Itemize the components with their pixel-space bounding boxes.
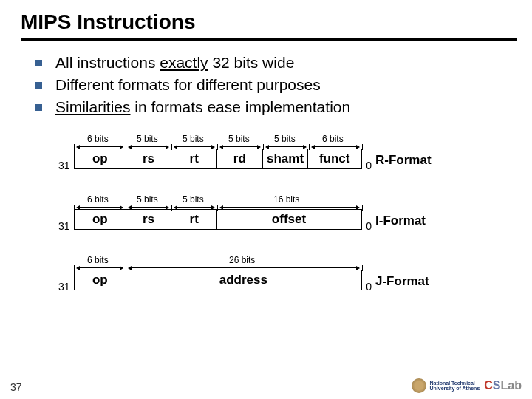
bullet-item: Similarities in formats ease implementat…: [35, 98, 532, 116]
field-row: op address 31 0: [74, 270, 362, 290]
bit-label: 6 bits: [87, 194, 109, 205]
bit-label: 5 bits: [274, 134, 296, 144]
text-underline: Similarities: [55, 98, 131, 115]
double-arrow-icon: [174, 207, 214, 208]
double-arrow-icon: [77, 146, 123, 147]
lsb-label: 0: [366, 160, 372, 171]
bit-label: 5 bits: [228, 134, 250, 144]
format-diagrams: 6 bits 5 bits 5 bits 5 bits 5 bits 6 bit…: [74, 134, 451, 290]
msb-label: 31: [58, 160, 70, 171]
content-area: All instructions exactly 32 bits wide Di…: [0, 41, 532, 290]
bullet-square-icon: [35, 104, 42, 111]
lsb-label: 0: [366, 281, 372, 293]
double-arrow-icon: [129, 146, 168, 147]
double-arrow-icon: [77, 207, 123, 208]
field-rd: rd: [217, 149, 263, 168]
field-funct: funct: [308, 149, 361, 168]
field-offset: offset: [217, 210, 361, 229]
bullet-item: Different formats for different purposes: [35, 76, 532, 94]
field-row: op rs rt rd shamt funct 31 0: [74, 149, 362, 169]
bit-label: 16 bits: [273, 194, 299, 205]
field-op: op: [75, 210, 126, 229]
text-underline: exactly: [160, 54, 208, 71]
bullet-list: All instructions exactly 32 bits wide Di…: [35, 54, 532, 116]
bullet-text: Different formats for different purposes: [55, 76, 321, 94]
format-name-j: J-Format: [375, 274, 429, 289]
format-name-i: I-Format: [375, 214, 426, 228]
footer-logo: National Technical University of Athens …: [412, 378, 522, 393]
field-rt: rt: [171, 210, 217, 229]
bit-label: 26 bits: [229, 255, 255, 265]
page-title: MIPS Instructions: [0, 0, 532, 38]
format-name-r: R-Format: [375, 153, 432, 168]
slide: MIPS Instructions All instructions exact…: [0, 0, 532, 399]
cslab-logo: CSLab: [484, 379, 522, 392]
bit-label: 6 bits: [322, 134, 344, 144]
double-arrow-icon: [220, 207, 359, 208]
bit-width-labels: 6 bits 26 bits: [74, 255, 362, 270]
bit-label: 6 bits: [87, 134, 109, 144]
page-number: 37: [10, 381, 22, 393]
logo-text-block: National Technical University of Athens: [429, 381, 480, 391]
bullet-square-icon: [35, 82, 42, 89]
double-arrow-icon: [312, 146, 359, 147]
field-shamt: shamt: [263, 149, 309, 168]
double-arrow-icon: [77, 267, 123, 268]
r-format-row: 6 bits 5 bits 5 bits 5 bits 5 bits 6 bit…: [74, 134, 451, 169]
bit-width-labels: 6 bits 5 bits 5 bits 16 bits: [74, 194, 362, 209]
field-row: op rs rt offset 31 0: [74, 209, 362, 230]
bullet-text: Similarities in formats ease implementat…: [55, 98, 350, 116]
text-frag: in formats ease implementation: [131, 98, 351, 115]
bullet-item: All instructions exactly 32 bits wide: [35, 54, 532, 72]
j-format-row: 6 bits 26 bits op address 31 0: [74, 255, 451, 290]
field-rs: rs: [126, 149, 172, 168]
i-format-row: 6 bits 5 bits 5 bits 16 bits: [74, 194, 451, 230]
bit-label: 5 bits: [137, 134, 158, 144]
msb-label: 31: [58, 220, 70, 232]
double-arrow-icon: [266, 146, 306, 147]
bit-label: 5 bits: [183, 134, 204, 144]
bit-label: 5 bits: [183, 194, 204, 205]
field-rs: rs: [126, 210, 172, 229]
bit-label: 5 bits: [137, 194, 158, 205]
bit-label: 6 bits: [87, 255, 109, 265]
msb-label: 31: [58, 281, 70, 293]
text-frag: 32 bits wide: [208, 54, 295, 71]
double-arrow-icon: [220, 146, 260, 147]
lsb-label: 0: [366, 220, 372, 232]
bullet-square-icon: [35, 60, 42, 66]
text-frag: All instructions: [55, 54, 160, 71]
double-arrow-icon: [129, 267, 359, 268]
field-op: op: [75, 149, 126, 168]
university-seal-icon: [412, 378, 426, 393]
double-arrow-icon: [129, 207, 168, 208]
bullet-text: All instructions exactly 32 bits wide: [55, 54, 294, 72]
logo-line2: University of Athens: [429, 386, 480, 391]
field-op: op: [75, 270, 126, 290]
double-arrow-icon: [174, 146, 214, 147]
bit-width-labels: 6 bits 5 bits 5 bits 5 bits 5 bits 6 bit…: [74, 134, 362, 149]
field-rt: rt: [171, 149, 217, 168]
field-address: address: [126, 270, 361, 290]
logo-line1: National Technical: [429, 381, 480, 386]
